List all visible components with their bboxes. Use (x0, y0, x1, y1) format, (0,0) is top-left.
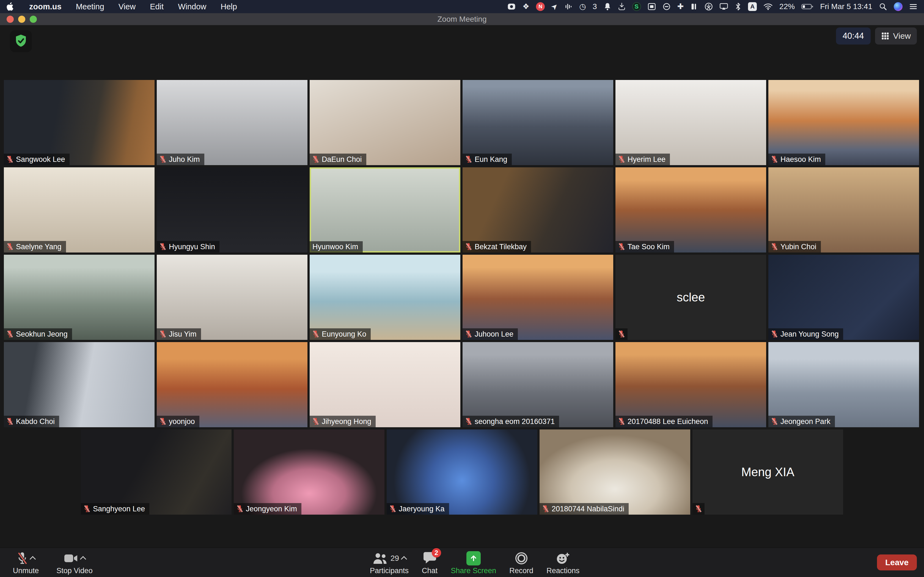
unmute-label: Unmute (13, 567, 39, 575)
view-button[interactable]: View (875, 27, 917, 45)
chat-button[interactable]: 2 Chat (422, 551, 438, 577)
s-app-icon[interactable]: S (632, 2, 641, 11)
notification-app-icon[interactable]: N (536, 2, 545, 11)
window-title-bar: Zoom Meeting (0, 13, 924, 25)
menu-item-window[interactable]: Window (178, 2, 206, 11)
spotlight-icon[interactable] (879, 2, 887, 11)
muted-mic-icon (618, 417, 625, 426)
participant-name-label (693, 503, 704, 515)
audio-levels-icon[interactable] (565, 2, 573, 11)
participants-chevron[interactable] (401, 556, 407, 562)
plus-app-icon[interactable]: ✚ (677, 0, 684, 13)
participant-tile-sanghyeon-lee[interactable]: Sanghyeon Lee (81, 429, 231, 515)
participant-tile-saelyne-yang[interactable]: Saelyne Yang (4, 167, 155, 253)
participant-tile-jisu-yim[interactable]: Jisu Yim (157, 255, 307, 340)
participant-name-label: Jeongeon Park (768, 416, 835, 427)
menu-item-meeting[interactable]: Meeting (76, 2, 104, 11)
participant-tile-yoonjoo[interactable]: yoonjoo (157, 342, 307, 427)
participant-name-label: Sangwook Lee (4, 153, 69, 165)
record-button[interactable]: Record (509, 551, 533, 577)
menu-item-edit[interactable]: Edit (150, 2, 164, 11)
participant-tile-tae-soo-kim[interactable]: Tae Soo Kim (615, 167, 766, 253)
participant-name-label: Seokhun Jeong (4, 328, 72, 340)
share-screen-button[interactable]: Share Screen (451, 551, 496, 577)
participant-tile-juho-kim[interactable]: Juho Kim (157, 80, 307, 165)
participant-name: Eunyoung Ko (322, 330, 366, 338)
participant-tile-haesoo-kim[interactable]: Haesoo Kim (768, 80, 919, 165)
stop-video-button[interactable]: Stop Video (48, 551, 101, 575)
participant-tile-seongha-eom-20160371[interactable]: seongha eom 20160371 (462, 342, 613, 427)
apple-menu-icon[interactable] (6, 2, 15, 11)
participant-tile-meng-xia[interactable]: Meng XIA (693, 429, 843, 515)
security-shield-icon (14, 34, 27, 48)
participant-tile-jeongyeon-kim[interactable]: Jeongyeon Kim (234, 429, 384, 515)
muted-mic-icon (618, 155, 625, 164)
participant-tile-seokhun-jeong[interactable]: Seokhun Jeong (4, 255, 155, 340)
reactions-button[interactable]: Reactions (546, 551, 580, 577)
participant-name-label: Hyerim Lee (615, 153, 670, 165)
participant-name-label: Saelyne Yang (4, 241, 66, 253)
gallery-row-1: Sangwook Lee Juho Kim DaEun Choi Eun Kan… (4, 80, 920, 165)
participant-name: Tae Soo Kim (628, 243, 670, 251)
leave-button[interactable]: Leave (877, 554, 917, 571)
siri-icon[interactable] (894, 2, 903, 11)
menu-item-help[interactable]: Help (221, 2, 237, 11)
participant-tile-juhoon-lee[interactable]: Juhoon Lee (462, 255, 613, 340)
unmute-options-chevron[interactable] (30, 556, 36, 562)
clock-check-icon[interactable]: ◷ (580, 0, 586, 13)
wifi-icon[interactable] (763, 3, 773, 10)
menu-bar-left: zoom.usMeetingViewEditWindowHelp (6, 2, 237, 11)
dropbox-icon[interactable]: ❖ (522, 0, 529, 13)
participant-tile-jihyeong-hong[interactable]: Jihyeong Hong (310, 342, 460, 427)
participant-tile-kabdo-choi[interactable]: Kabdo Choi (4, 342, 155, 427)
battery-icon[interactable] (801, 3, 813, 10)
participant-tile-jean-young-song[interactable]: Jean Young Song (768, 255, 919, 340)
participant-tile-20170488-lee-euicheon[interactable]: 20170488 Lee Euicheon (615, 342, 766, 427)
participant-name-label: Eunyoung Ko (310, 328, 371, 340)
input-source-icon[interactable]: A (748, 2, 757, 11)
screen-mirroring-icon[interactable] (719, 2, 728, 11)
muted-mic-icon (6, 155, 13, 164)
participant-tile-yubin-choi[interactable]: Yubin Choi (768, 167, 919, 253)
participant-name-label (615, 328, 628, 340)
meeting-stage: 40:44 View Sangwook Lee Juho Kim DaEun C… (0, 25, 924, 548)
participants-button[interactable]: 29 Participants (370, 551, 409, 577)
screenshot-app-icon[interactable] (507, 2, 516, 11)
participant-tile-bekzat-tilekbay[interactable]: Bekzat Tilekbay (462, 167, 613, 253)
muted-mic-icon (771, 330, 778, 338)
participant-tile-sangwook-lee[interactable]: Sangwook Lee (4, 80, 155, 165)
unmute-button[interactable]: Unmute (6, 551, 45, 575)
accessibility-icon[interactable] (704, 2, 713, 11)
bluetooth-icon[interactable] (735, 2, 741, 11)
participant-tile-hyungyu-shin[interactable]: Hyungyu Shin (157, 167, 307, 253)
menu-item-zoom-us[interactable]: zoom.us (29, 2, 61, 11)
meeting-security-button[interactable] (10, 30, 32, 52)
participant-name-label: Haesoo Kim (768, 153, 825, 165)
rocket-icon[interactable]: ➤ (548, 0, 562, 13)
participant-tile-sclee[interactable]: sclee (615, 255, 766, 340)
participant-tile-eun-kang[interactable]: Eun Kang (462, 80, 613, 165)
muted-mic-icon (160, 242, 166, 251)
control-center-icon[interactable] (909, 3, 918, 10)
window-app-icon[interactable] (648, 2, 656, 11)
participant-tile-eunyoung-ko[interactable]: Eunyoung Ko (310, 255, 460, 340)
bell-icon[interactable] (604, 2, 611, 11)
macos-menu-bar: zoom.usMeetingViewEditWindowHelp ❖N➤◷3S✚… (0, 0, 924, 13)
participant-tile-hyerim-lee[interactable]: Hyerim Lee (615, 80, 766, 165)
participant-tile-20180744-nabilasindi[interactable]: 20180744 NabilaSindi (540, 429, 690, 515)
participant-tile-daeun-choi[interactable]: DaEun Choi (310, 80, 460, 165)
record-icon (515, 552, 528, 565)
chat-unread-badge: 2 (432, 548, 441, 558)
participant-tile-hyunwoo-kim[interactable]: Hyunwoo Kim (310, 167, 460, 253)
do-not-disturb-icon[interactable] (662, 2, 671, 11)
participant-name: Jeongeon Park (780, 417, 830, 426)
participant-tile-jeongeon-park[interactable]: Jeongeon Park (768, 342, 919, 427)
muted-mic-icon (84, 504, 90, 513)
video-options-chevron[interactable] (80, 556, 86, 562)
menu-item-view[interactable]: View (118, 2, 136, 11)
participant-name-label: Eun Kang (462, 153, 512, 165)
muted-mic-icon (542, 504, 549, 513)
columns-app-icon[interactable] (690, 2, 698, 11)
download-icon[interactable] (618, 2, 626, 11)
participant-tile-jaeryoung-ka[interactable]: Jaeryoung Ka (387, 429, 537, 515)
